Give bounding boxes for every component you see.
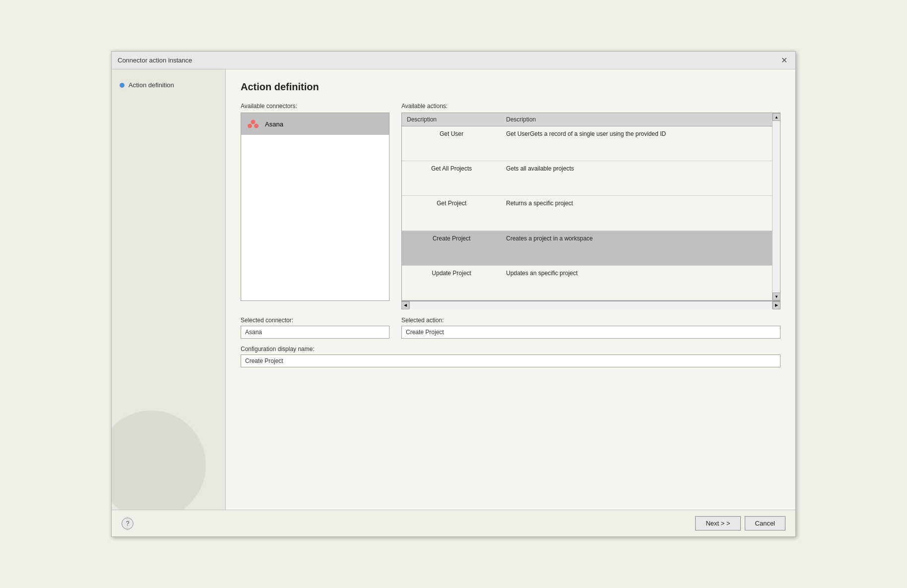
actions-table-container: Description Description Get User Get Use… <box>401 113 780 301</box>
scroll-left-button[interactable]: ◀ <box>401 301 409 309</box>
action-desc-update-project: Updates an specific project <box>501 265 772 300</box>
dialog-footer: ? Next > > Cancel <box>112 510 795 536</box>
horizontal-scrollbar[interactable]: ◀ ▶ <box>401 301 780 309</box>
footer-right: Next > > Cancel <box>695 516 785 530</box>
available-actions-label: Available actions: <box>401 103 780 110</box>
scroll-up-button[interactable]: ▲ <box>773 113 780 121</box>
scroll-right-button[interactable]: ▶ <box>773 301 780 309</box>
selected-connector-group: Selected connector: <box>241 317 389 339</box>
connector-item-asana[interactable]: Asana <box>241 113 389 135</box>
action-name-update-project: Update Project <box>402 265 501 300</box>
asana-logo-svg <box>247 118 259 130</box>
title-bar: Connector action instance ✕ <box>112 52 795 69</box>
connector-action-dialog: Connector action instance ✕ Action defin… <box>111 51 796 537</box>
config-display-name-label: Configuration display name: <box>241 346 780 353</box>
action-desc-get-project: Returns a specific project <box>501 196 772 231</box>
selected-action-group: Selected action: <box>401 317 780 339</box>
action-row-create-project[interactable]: Create Project Creates a project in a wo… <box>402 231 772 265</box>
action-name-get-project: Get Project <box>402 196 501 231</box>
sidebar-item-action-definition[interactable]: Action definition <box>120 79 217 91</box>
asana-icon <box>246 117 260 131</box>
actions-table: Description Description Get User Get Use… <box>402 113 772 300</box>
help-button[interactable]: ? <box>122 518 133 529</box>
action-desc-create-project: Creates a project in a workspace <box>501 231 772 265</box>
action-row-update-project[interactable]: Update Project Updates an specific proje… <box>402 265 772 300</box>
dialog-title: Connector action instance <box>118 57 192 64</box>
config-display-name-input[interactable] <box>241 354 780 367</box>
close-button[interactable]: ✕ <box>779 56 789 65</box>
cancel-button[interactable]: Cancel <box>745 516 785 530</box>
config-row: Configuration display name: <box>241 346 780 367</box>
selected-connector-input[interactable] <box>241 326 389 339</box>
connector-name: Asana <box>265 120 283 128</box>
available-connectors-label: Available connectors: <box>241 103 389 110</box>
connectors-list[interactable]: Asana <box>241 113 389 301</box>
page-title: Action definition <box>241 81 780 93</box>
footer-left: ? <box>122 518 133 529</box>
sidebar-dot <box>120 83 125 88</box>
selected-row: Selected connector: Selected action: <box>241 317 780 339</box>
sidebar-item-label: Action definition <box>129 81 174 89</box>
scroll-down-button[interactable]: ▼ <box>773 293 780 300</box>
selected-action-label: Selected action: <box>401 317 780 324</box>
sidebar: Action definition <box>112 69 226 510</box>
action-row-get-project[interactable]: Get Project Returns a specific project <box>402 196 772 231</box>
action-name-create-project: Create Project <box>402 231 501 265</box>
actions-panel: Available actions: Description Descripti… <box>401 103 780 309</box>
col-header-name: Description <box>402 113 501 126</box>
action-name-get-user: Get User <box>402 126 501 161</box>
selected-connector-label: Selected connector: <box>241 317 389 324</box>
next-button[interactable]: Next > > <box>695 516 740 530</box>
h-scroll-track <box>409 301 773 309</box>
col-header-desc: Description <box>501 113 772 126</box>
two-col-section: Available connectors: As <box>241 103 780 309</box>
action-name-get-all-projects: Get All Projects <box>402 161 501 196</box>
svg-point-2 <box>254 124 259 128</box>
connectors-panel: Available connectors: As <box>241 103 389 309</box>
svg-point-0 <box>251 120 256 124</box>
dialog-body: Action definition Action definition Avai… <box>112 69 795 510</box>
selected-action-input[interactable] <box>401 326 780 339</box>
action-desc-get-all-projects: Gets all available projects <box>501 161 772 196</box>
action-desc-get-user: Get UserGets a record of a single user u… <box>501 126 772 161</box>
action-row-get-all-projects[interactable]: Get All Projects Gets all available proj… <box>402 161 772 196</box>
svg-point-1 <box>248 124 252 128</box>
main-content: Action definition Available connectors: <box>226 69 795 510</box>
vertical-scrollbar[interactable]: ▲ ▼ <box>772 113 780 300</box>
scroll-track <box>773 121 780 293</box>
actions-table-inner: Description Description Get User Get Use… <box>402 113 772 300</box>
action-row-get-user[interactable]: Get User Get UserGets a record of a sing… <box>402 126 772 161</box>
